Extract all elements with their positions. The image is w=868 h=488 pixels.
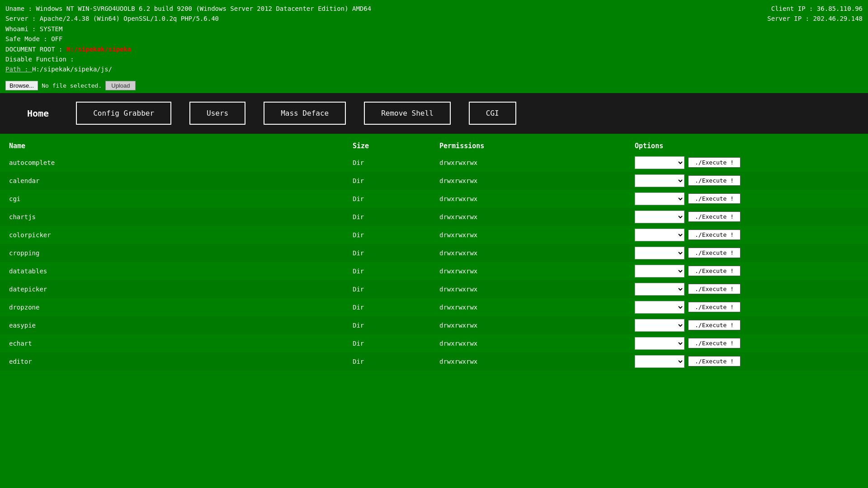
- execute-button[interactable]: ./Execute !: [688, 284, 741, 294]
- file-size: Dir: [347, 190, 434, 208]
- file-options[interactable]: ./Execute !: [608, 262, 868, 280]
- path-label: Path :: [5, 66, 32, 73]
- file-size: Dir: [347, 226, 434, 244]
- table-row: chartjsDirdrwxrwxrwx./Execute !: [0, 208, 868, 226]
- file-options[interactable]: ./Execute !: [608, 172, 868, 190]
- execute-button[interactable]: ./Execute !: [688, 230, 741, 240]
- action-select[interactable]: [635, 156, 684, 169]
- file-permissions: drwxrwxrwx: [434, 352, 608, 371]
- action-select[interactable]: [635, 319, 684, 332]
- file-name: datepicker: [0, 280, 347, 298]
- file-listing: Name Size Permissions Options autocomple…: [0, 134, 868, 375]
- execute-button[interactable]: ./Execute !: [688, 193, 741, 204]
- file-size: Dir: [347, 298, 434, 316]
- file-permissions: drwxrwxrwx: [434, 190, 608, 208]
- file-size: Dir: [347, 172, 434, 190]
- file-name: easypie: [0, 316, 347, 334]
- table-row: autocompleteDirdrwxrwxrwx./Execute !: [0, 154, 868, 172]
- file-name: autocomplete: [0, 154, 347, 172]
- nav-mass-deface[interactable]: Mass Deface: [264, 102, 346, 125]
- nav-remove-shell[interactable]: Remove Shell: [364, 102, 451, 125]
- file-permissions: drwxrwxrwx: [434, 316, 608, 334]
- col-permissions: Permissions: [434, 138, 608, 154]
- col-options: Options: [608, 138, 868, 154]
- execute-button[interactable]: ./Execute !: [688, 338, 741, 348]
- execute-button[interactable]: ./Execute !: [688, 248, 741, 258]
- file-options[interactable]: ./Execute !: [608, 334, 868, 352]
- file-size: Dir: [347, 154, 434, 172]
- table-row: dropzoneDirdrwxrwxrwx./Execute !: [0, 298, 868, 316]
- action-select[interactable]: [635, 283, 684, 296]
- file-table: Name Size Permissions Options autocomple…: [0, 138, 868, 371]
- server-line: Server : Apache/2.4.38 (Win64) OpenSSL/1…: [5, 14, 863, 23]
- file-permissions: drwxrwxrwx: [434, 262, 608, 280]
- action-select[interactable]: [635, 301, 684, 314]
- docroot-line: DOCUMENT ROOT : H:/sipekak/sipeka: [5, 44, 863, 54]
- action-select[interactable]: [635, 337, 684, 350]
- execute-button[interactable]: ./Execute !: [688, 175, 741, 186]
- col-size: Size: [347, 138, 434, 154]
- file-name: datatables: [0, 262, 347, 280]
- execute-button[interactable]: ./Execute !: [688, 320, 741, 330]
- table-row: datepickerDirdrwxrwxrwx./Execute !: [0, 280, 868, 298]
- server-info: Uname : Windows NT WIN-SVRGO4UOOLB 6.2 b…: [0, 0, 868, 78]
- uname-line: Uname : Windows NT WIN-SVRGO4UOOLB 6.2 b…: [5, 4, 863, 14]
- file-options[interactable]: ./Execute !: [608, 298, 868, 316]
- browse-button[interactable]: Browse...: [5, 81, 38, 90]
- nav-config-grabber[interactable]: Config Grabber: [76, 102, 171, 125]
- file-options[interactable]: ./Execute !: [608, 280, 868, 298]
- table-row: datatablesDirdrwxrwxrwx./Execute !: [0, 262, 868, 280]
- docroot-value: H:/sipekak/sipeka: [66, 46, 131, 53]
- execute-button[interactable]: ./Execute !: [688, 266, 741, 276]
- docroot-label: DOCUMENT ROOT :: [5, 46, 66, 53]
- file-size: Dir: [347, 208, 434, 226]
- table-row: cgiDirdrwxrwxrwx./Execute !: [0, 190, 868, 208]
- nav-home[interactable]: Home: [9, 108, 67, 119]
- file-permissions: drwxrwxrwx: [434, 280, 608, 298]
- file-permissions: drwxrwxrwx: [434, 244, 608, 262]
- file-options[interactable]: ./Execute !: [608, 352, 868, 371]
- execute-button[interactable]: ./Execute !: [688, 211, 741, 222]
- file-name: cropping: [0, 244, 347, 262]
- nav-users[interactable]: Users: [189, 102, 245, 125]
- file-options[interactable]: ./Execute !: [608, 244, 868, 262]
- file-name: echart: [0, 334, 347, 352]
- table-row: croppingDirdrwxrwxrwx./Execute !: [0, 244, 868, 262]
- upload-button[interactable]: Upload: [105, 81, 136, 90]
- file-name: cgi: [0, 190, 347, 208]
- file-size: Dir: [347, 262, 434, 280]
- file-size: Dir: [347, 334, 434, 352]
- file-size: Dir: [347, 244, 434, 262]
- disable-function-line: Disable Function :: [5, 54, 863, 64]
- execute-button[interactable]: ./Execute !: [688, 356, 741, 366]
- action-select[interactable]: [635, 247, 684, 259]
- action-select[interactable]: [635, 192, 684, 205]
- whoami-line: Whoami : SYSTEM: [5, 24, 863, 34]
- action-select[interactable]: [635, 229, 684, 241]
- execute-button[interactable]: ./Execute !: [688, 157, 741, 168]
- table-row: easypieDirdrwxrwxrwx./Execute !: [0, 316, 868, 334]
- navigation-bar: Home Config Grabber Users Mass Deface Re…: [0, 93, 868, 134]
- ip-info: Client IP : 36.85.110.96 Server IP : 202…: [767, 4, 863, 24]
- table-row: echartDirdrwxrwxrwx./Execute !: [0, 334, 868, 352]
- file-name: calendar: [0, 172, 347, 190]
- nav-cgi[interactable]: CGI: [469, 102, 516, 125]
- file-permissions: drwxrwxrwx: [434, 208, 608, 226]
- table-row: calendarDirdrwxrwxrwx./Execute !: [0, 172, 868, 190]
- file-options[interactable]: ./Execute !: [608, 190, 868, 208]
- file-permissions: drwxrwxrwx: [434, 226, 608, 244]
- file-options[interactable]: ./Execute !: [608, 154, 868, 172]
- file-size: Dir: [347, 316, 434, 334]
- safemode-line: Safe Mode : OFF: [5, 34, 863, 44]
- file-name: colorpicker: [0, 226, 347, 244]
- file-options[interactable]: ./Execute !: [608, 226, 868, 244]
- action-select[interactable]: [635, 174, 684, 187]
- file-options[interactable]: ./Execute !: [608, 208, 868, 226]
- file-options[interactable]: ./Execute !: [608, 316, 868, 334]
- table-row: editorDirdrwxrwxrwx./Execute !: [0, 352, 868, 371]
- action-select[interactable]: [635, 265, 684, 277]
- file-name: dropzone: [0, 298, 347, 316]
- action-select[interactable]: [635, 355, 684, 368]
- execute-button[interactable]: ./Execute !: [688, 302, 741, 312]
- action-select[interactable]: [635, 211, 684, 223]
